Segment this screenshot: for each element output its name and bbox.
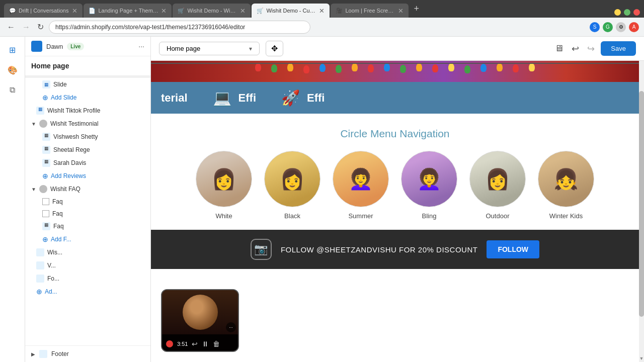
more-options-button[interactable]: ··· <box>138 42 144 50</box>
laptop-emoji: 💻 <box>213 89 231 107</box>
tab-close-icon[interactable]: ✕ <box>161 7 167 15</box>
tab-favicon: 💬 <box>9 8 16 14</box>
light-6 <box>336 65 342 73</box>
light-13 <box>448 63 454 71</box>
circle-item-white[interactable]: 👩 White <box>196 151 252 220</box>
sidebar-tree: ▦ Slide ⊕ Add Slide ▦ WishIt Tiktok Prof… <box>25 76 150 345</box>
tree-item-sarah[interactable]: ▦ Sarah Davis <box>25 156 150 169</box>
marquee-text-3: Effi <box>307 92 325 105</box>
chevron-down-icon: ▾ <box>249 45 252 52</box>
redo-button[interactable]: ↪ <box>585 41 597 56</box>
forward-button[interactable]: → <box>20 21 32 34</box>
address-input[interactable] <box>49 21 310 34</box>
tree-item-sheetal[interactable]: ▦ Sheetal Rege <box>25 143 150 156</box>
tree-item-slide[interactable]: ▦ Slide <box>25 78 150 91</box>
tab-wishit2-active[interactable]: 🛒 Wishit Demo - Customize D... ✕ <box>252 4 330 18</box>
light-2 <box>271 64 277 72</box>
tree-item-faq3[interactable]: ▦ Faq <box>25 220 150 233</box>
light-3 <box>287 63 293 71</box>
tree-item-fo[interactable]: Fo... <box>25 272 150 285</box>
faq-icon <box>42 210 49 217</box>
tab-close-icon[interactable]: ✕ <box>398 7 404 15</box>
circle-img-bling: 👩‍🦱 <box>401 151 457 207</box>
tree-item-v[interactable]: V... <box>25 259 150 272</box>
refresh-button[interactable]: ↻ <box>35 20 46 34</box>
circle-item-outdoor[interactable]: 👩 Outdoor <box>469 151 526 220</box>
sidebar-icon-layers[interactable]: ⧉ <box>5 82 21 98</box>
add-faq-button[interactable]: ⊕ Add F... <box>25 233 150 246</box>
save-button[interactable]: Save <box>601 41 636 56</box>
close-button[interactable] <box>633 9 640 16</box>
add-section-button[interactable]: ⊕ Ad... <box>25 285 150 298</box>
circle-item-summer[interactable]: 👩‍🦱 Summer <box>333 151 389 220</box>
slide-icon: ▦ <box>42 80 50 88</box>
tab-close-icon[interactable]: ✕ <box>240 7 246 15</box>
tree-item-wis[interactable]: Wis... <box>25 246 150 259</box>
tab-close-icon[interactable]: ✕ <box>319 7 325 15</box>
footer-item[interactable]: ▶ Footer <box>25 345 150 362</box>
profile-icon[interactable]: A <box>629 22 639 32</box>
light-5 <box>319 64 326 72</box>
circle-menu-section: Circle Menu Navigation 👩 White <box>151 114 639 230</box>
extension-icon-3[interactable]: ⚙ <box>616 22 626 32</box>
minimize-button[interactable] <box>614 9 621 16</box>
tree-item-label: Fo... <box>47 275 59 282</box>
back-button[interactable]: ← <box>5 21 17 34</box>
tab-loom[interactable]: 🎥 Loom | Free Screen & Video Rec... ✕ <box>331 4 409 18</box>
add-icon: ⊕ <box>36 288 42 296</box>
light-12 <box>432 64 438 72</box>
circle-item-winter-kids[interactable]: 👧 Winter Kids <box>538 151 594 220</box>
loom-record-button[interactable] <box>166 340 173 347</box>
circle-img-black: 👩 <box>264 151 320 207</box>
add-slide-button[interactable]: ⊕ Add Slide <box>25 91 150 104</box>
extension-icon-2[interactable]: G <box>603 22 613 32</box>
vertical-scrollbar[interactable]: ▼ <box>639 61 644 362</box>
loom-more-button[interactable]: ··· <box>226 322 236 332</box>
desktop-view-button[interactable]: 🖥 <box>552 41 566 56</box>
tab-wishit1[interactable]: 🛒 Wishit Demo - Wishit Prebuilt Th... ✕ <box>173 4 251 18</box>
instagram-icon: 📷 <box>251 239 272 260</box>
sidebar-icon-grid[interactable]: ⊞ <box>5 42 21 58</box>
circle-img-winter-kids: 👧 <box>538 151 594 207</box>
tab-label: Wishit Demo - Customize D... <box>266 8 316 14</box>
loom-trash-button[interactable]: 🗑 <box>213 340 220 348</box>
tree-item-label: Wishit FAQ <box>50 186 80 193</box>
v-icon <box>36 261 44 269</box>
loom-time-display: 3:51 <box>177 341 188 347</box>
circle-menu-title: Circle Menu Navigation <box>161 128 629 140</box>
loom-pause-button[interactable]: ⏸ <box>202 340 209 348</box>
tree-item-vishwesh[interactable]: ▦ Vishwesh Shetty <box>25 130 150 143</box>
marquee-item-2: 💻 Effi <box>213 89 256 107</box>
instagram-text: FOLLOW @SHEETZANDVISHU FOR 20% DISCOUNT <box>281 245 477 254</box>
light-10 <box>400 65 406 73</box>
scroll-bottom-arrow[interactable]: ▼ <box>639 356 644 361</box>
sidebar-icon-brush[interactable]: 🎨 <box>5 62 21 78</box>
tab-drift[interactable]: 💬 Drift | Conversations ✕ <box>4 4 83 18</box>
new-tab-button[interactable]: + <box>410 4 423 14</box>
light-1 <box>255 63 261 71</box>
follow-button[interactable]: FOLLOW <box>487 240 539 258</box>
circle-item-bling[interactable]: 👩‍🦱 Bling <box>401 151 457 220</box>
extension-icon-1[interactable]: S <box>590 22 600 32</box>
chevron-right-icon: ▶ <box>31 351 35 357</box>
marquee-text-partial: terial <box>161 92 188 105</box>
tree-item-testimonial-group[interactable]: ▼ Wishit Testimonial <box>25 117 150 130</box>
tree-item-faq-group[interactable]: ▼ Wishit FAQ <box>25 183 150 196</box>
undo-button[interactable]: ↩ <box>570 41 581 56</box>
page-selector[interactable]: Home page ▾ <box>159 42 260 55</box>
loom-undo-button[interactable]: ↩ <box>192 340 198 348</box>
add-reviews-button[interactable]: ⊕ Add Reviews <box>25 169 150 183</box>
tab-favicon: 📄 <box>89 8 96 14</box>
maximize-button[interactable] <box>624 9 630 16</box>
store-name-label: Dawn <box>46 43 63 50</box>
customize-cursor-button[interactable]: ✥ <box>266 41 283 56</box>
tree-item-tiktok[interactable]: ▦ WishIt Tiktok Profile <box>25 104 150 117</box>
circle-item-black[interactable]: 👩 Black <box>264 151 320 220</box>
tree-item-faq1[interactable]: Faq <box>25 196 150 208</box>
tab-close-icon[interactable]: ✕ <box>72 7 77 15</box>
scrollbar-thumb[interactable] <box>639 91 644 317</box>
circle-label-white: White <box>215 212 232 220</box>
tab-landing[interactable]: 📄 Landing Page + Theme Sections... ✕ <box>84 4 172 18</box>
tree-item-faq2[interactable]: Faq <box>25 208 150 220</box>
tab-label: Wishit Demo - Wishit Prebuilt Th... <box>187 8 237 14</box>
